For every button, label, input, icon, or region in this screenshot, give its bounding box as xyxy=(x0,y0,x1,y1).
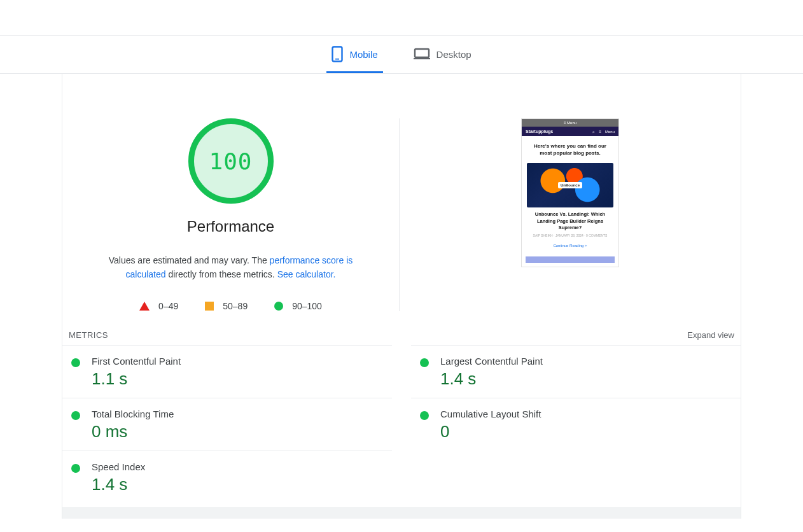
preview-footer-bar xyxy=(526,256,615,263)
preview-search-icon: ⌕ xyxy=(592,130,595,134)
svg-rect-1 xyxy=(335,59,339,60)
legend-high-label: 90–100 xyxy=(292,301,322,311)
score-legend: 0–49 50–89 90–100 xyxy=(139,301,322,311)
metric-lcp[interactable]: Largest Contentful Paint 1.4 s xyxy=(411,345,741,398)
metric-value: 1.4 s xyxy=(440,369,543,389)
legend-high: 90–100 xyxy=(274,301,322,311)
metric-label: Cumulative Layout Shift xyxy=(440,409,541,419)
top-bar xyxy=(0,0,803,36)
performance-summary: 100 Performance Values are estimated and… xyxy=(62,118,400,311)
tab-mobile[interactable]: Mobile xyxy=(326,36,382,73)
performance-title: Performance xyxy=(187,218,274,235)
metric-label: First Contentful Paint xyxy=(92,356,181,367)
preview-hamburger-icon: ≡ xyxy=(599,130,601,134)
status-dot-green-icon xyxy=(71,358,80,367)
metric-tbt[interactable]: Total Blocking Time 0 ms xyxy=(62,398,392,451)
legend-mid: 50–89 xyxy=(205,301,248,311)
svg-rect-2 xyxy=(415,49,429,57)
mobile-preview: ≡ Menu Startupplugs ⌕ ≡ Menu Here's wher… xyxy=(521,118,619,267)
metric-cls[interactable]: Cumulative Layout Shift 0 xyxy=(411,398,741,451)
metric-value: 0 ms xyxy=(92,422,174,442)
device-tabs: Mobile Desktop xyxy=(0,36,803,74)
square-orange-icon xyxy=(205,302,214,311)
preview-menu-label: Menu xyxy=(605,130,615,134)
preview-post-title: Unbounce Vs. Landingi: Which Landing Pag… xyxy=(522,211,618,230)
preview-post-meta: SAIF SHEIKH · JANUARY 28, 2024 · 0 COMME… xyxy=(522,234,618,237)
status-dot-green-icon xyxy=(420,358,429,367)
metric-value: 0 xyxy=(440,422,541,442)
expand-view-toggle[interactable]: Expand view xyxy=(687,330,734,340)
metrics-grid: First Contentful Paint 1.1 s Largest Con… xyxy=(62,345,741,503)
performance-gauge: 100 xyxy=(188,118,274,204)
svg-rect-3 xyxy=(414,58,430,59)
preview-continue-link: Continue Reading > xyxy=(522,244,618,248)
preview-headline: Here's where you can find our most popul… xyxy=(522,136,618,160)
screenshot-preview-area: ≡ Menu Startupplugs ⌕ ≡ Menu Here's wher… xyxy=(400,118,741,311)
link-see-calculator[interactable]: See calculator. xyxy=(277,269,336,279)
preview-brand: Startupplugs xyxy=(526,129,553,134)
metric-fcp[interactable]: First Contentful Paint 1.1 s xyxy=(62,345,392,398)
gauge-ring: 100 xyxy=(188,118,274,204)
preview-nav-right: ⌕ ≡ Menu xyxy=(592,130,615,134)
legend-low: 0–49 xyxy=(139,301,178,311)
preview-nav-bar: Startupplugs ⌕ ≡ Menu xyxy=(522,127,618,136)
tab-desktop-label: Desktop xyxy=(436,49,471,60)
metric-label: Total Blocking Time xyxy=(92,409,174,419)
desc-middle: directly from these metrics. xyxy=(166,269,277,279)
mobile-icon xyxy=(332,46,343,62)
report-card: 100 Performance Values are estimated and… xyxy=(62,74,741,519)
metric-label: Speed Index xyxy=(92,461,145,472)
metric-value: 1.4 s xyxy=(92,475,145,494)
legend-mid-label: 50–89 xyxy=(223,301,248,311)
performance-description: Values are estimated and may vary. The p… xyxy=(91,253,371,282)
circle-green-icon xyxy=(274,302,283,311)
metric-si[interactable]: Speed Index 1.4 s xyxy=(62,451,392,503)
status-dot-green-icon xyxy=(420,411,429,420)
tab-desktop[interactable]: Desktop xyxy=(408,36,477,73)
summary-row: 100 Performance Values are estimated and… xyxy=(62,74,741,324)
status-dot-green-icon xyxy=(71,464,80,473)
preview-menu-bar: ≡ Menu xyxy=(522,119,618,127)
metrics-header: METRICS Expand view xyxy=(62,324,741,345)
metric-label: Largest Contentful Paint xyxy=(440,356,543,367)
metric-value: 1.1 s xyxy=(92,369,181,389)
gauge-score: 100 xyxy=(209,148,252,174)
triangle-red-icon xyxy=(139,302,150,311)
preview-post-image xyxy=(527,163,613,207)
legend-low-label: 0–49 xyxy=(158,301,178,311)
metrics-title: METRICS xyxy=(69,330,108,340)
desktop-icon xyxy=(414,48,430,60)
tab-mobile-label: Mobile xyxy=(349,49,377,60)
section-divider xyxy=(62,507,741,519)
desc-prefix: Values are estimated and may vary. The xyxy=(109,255,270,265)
status-dot-green-icon xyxy=(71,411,80,420)
